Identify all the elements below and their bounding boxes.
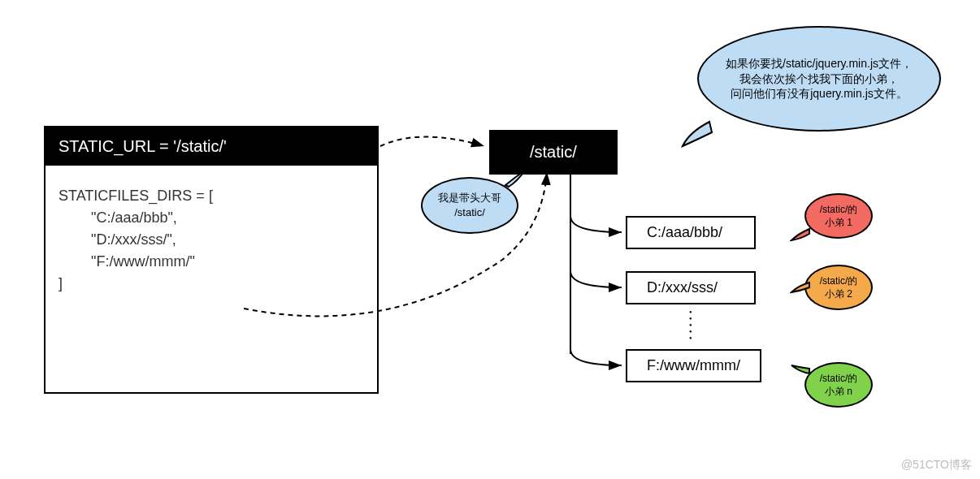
- static-url-line: STATIC_URL = '/static/': [59, 137, 227, 155]
- speech-minion-n-text: /static/的 小弟 n: [820, 372, 858, 398]
- speech-minion-1-tail: [790, 227, 811, 244]
- speech-big: 如果你要找/static/jquery.min.js文件， 我会依次挨个找我下面…: [697, 26, 941, 132]
- arrow-body-to-static: [242, 162, 551, 341]
- speech-minion-n-tail: [790, 364, 811, 378]
- speech-minion-1-text: /static/的 小弟 1: [820, 203, 858, 229]
- speech-minion-2: /static/的 小弟 2: [804, 265, 873, 310]
- speech-minion-1: /static/的 小弟 1: [804, 193, 873, 239]
- branch-arrows: [553, 167, 650, 386]
- speech-minion-2-text: /static/的 小弟 2: [820, 274, 858, 300]
- speech-minion-2-tail: [790, 281, 811, 296]
- vertical-ellipsis: ●●●●●: [689, 309, 692, 341]
- dir-path-2: D:/xxx/sss/: [647, 279, 718, 296]
- static-boss-label: /static/: [530, 143, 577, 161]
- speech-big-text: 如果你要找/static/jquery.min.js文件， 我会依次挨个找我下面…: [726, 56, 913, 102]
- speech-big-tail: [681, 118, 713, 150]
- dir-path-3: F:/www/mmm/: [647, 357, 740, 373]
- watermark: @51CTO博客: [901, 458, 972, 473]
- code-header: STATIC_URL = '/static/': [46, 127, 377, 166]
- speech-minion-n: /static/的 小弟 n: [804, 362, 873, 408]
- arrow-header-to-static: [379, 126, 492, 158]
- dir-path-1: C:/aaa/bbb/: [647, 224, 722, 240]
